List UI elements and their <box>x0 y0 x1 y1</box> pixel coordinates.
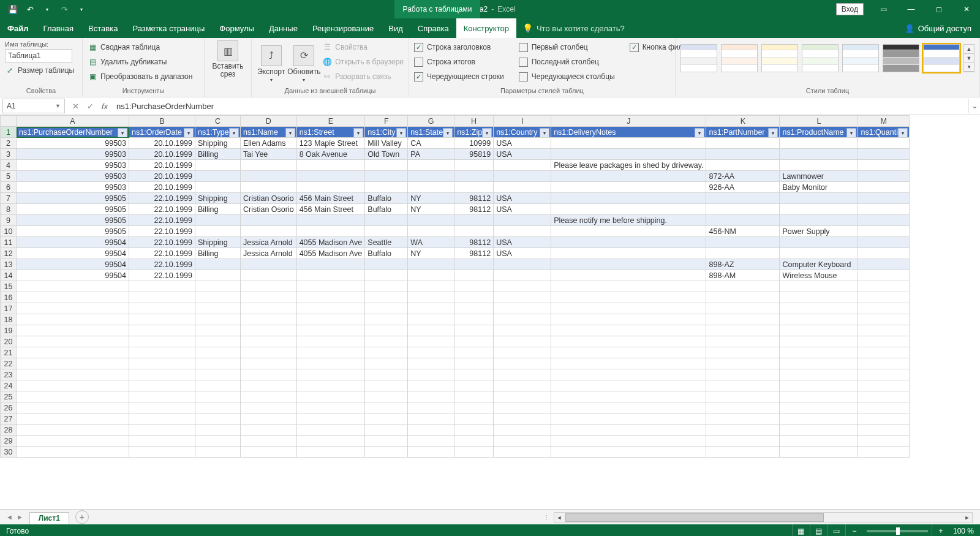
cell[interactable] <box>494 391 551 402</box>
cell[interactable]: NY <box>408 204 454 215</box>
cell[interactable] <box>454 447 494 458</box>
row-header[interactable]: 12 <box>1 248 17 259</box>
row-header[interactable]: 18 <box>1 314 17 325</box>
filter-dropdown-icon[interactable]: ▾ <box>443 128 453 138</box>
cell[interactable] <box>195 259 241 270</box>
normal-view-icon[interactable]: ▦ <box>792 524 810 536</box>
cell[interactable] <box>129 303 195 314</box>
cell[interactable] <box>296 391 365 402</box>
cell[interactable]: 4055 Madison Ave <box>296 248 365 259</box>
cell[interactable]: 20.10.1999 <box>129 160 195 171</box>
cell[interactable] <box>706 193 780 204</box>
cell[interactable]: 22.10.1999 <box>129 215 195 226</box>
cell[interactable] <box>365 292 408 303</box>
cell[interactable] <box>17 314 129 325</box>
cell[interactable] <box>551 226 706 237</box>
cell[interactable] <box>195 336 241 347</box>
row-header[interactable]: 21 <box>1 347 17 358</box>
cell[interactable]: Seattle <box>365 237 408 248</box>
filter-dropdown-icon[interactable]: ▾ <box>118 128 127 138</box>
cell[interactable] <box>195 171 241 182</box>
cell[interactable] <box>408 391 454 402</box>
cell[interactable] <box>296 215 365 226</box>
cell[interactable] <box>365 314 408 325</box>
cell[interactable] <box>408 281 454 292</box>
table-header-cell[interactable]: ns1:PartNumber▾ <box>706 127 780 138</box>
spreadsheet-grid[interactable]: ABCDEFGHIJKLM1ns1:PurchaseOrderNumber▾ns… <box>0 115 910 458</box>
cell[interactable] <box>365 303 408 314</box>
cell[interactable] <box>129 425 195 436</box>
cell[interactable] <box>494 314 551 325</box>
cell[interactable]: Mill Valley <box>365 138 408 149</box>
cell[interactable] <box>551 447 706 458</box>
cell[interactable]: 22.10.1999 <box>129 226 195 237</box>
cell[interactable] <box>706 314 780 325</box>
cell[interactable] <box>858 226 909 237</box>
row-header[interactable]: 13 <box>1 259 17 270</box>
page-layout-icon[interactable]: ▤ <box>810 524 827 536</box>
cell[interactable]: 872-AA <box>706 171 780 182</box>
cell[interactable] <box>17 336 129 347</box>
cell[interactable] <box>494 215 551 226</box>
filter-dropdown-icon[interactable]: ▾ <box>229 128 239 138</box>
cell[interactable]: 98112 <box>454 204 494 215</box>
row-header[interactable]: 9 <box>1 215 17 226</box>
cell[interactable] <box>408 425 454 436</box>
cell[interactable] <box>195 347 241 358</box>
cell[interactable] <box>858 160 909 171</box>
cell[interactable] <box>494 259 551 270</box>
cell[interactable]: 20.10.1999 <box>129 138 195 149</box>
cell[interactable] <box>129 314 195 325</box>
zoom-in-icon[interactable]: + <box>932 524 949 536</box>
col-header[interactable]: J <box>551 116 706 127</box>
cell[interactable] <box>365 347 408 358</box>
cell[interactable] <box>296 182 365 193</box>
cell[interactable] <box>551 171 706 182</box>
cell[interactable] <box>551 237 706 248</box>
style-thumb[interactable] <box>721 44 758 72</box>
cell[interactable] <box>706 336 780 347</box>
cell[interactable] <box>296 259 365 270</box>
dropdown-icon[interactable]: ▼ <box>55 103 61 109</box>
cell[interactable] <box>296 436 365 447</box>
cell[interactable]: 22.10.1999 <box>129 193 195 204</box>
table-header-cell[interactable]: ns1:Name▾ <box>241 127 297 138</box>
cell[interactable] <box>241 380 297 391</box>
row-header[interactable]: 8 <box>1 204 17 215</box>
tab-file[interactable]: Файл <box>0 18 36 38</box>
cell[interactable] <box>454 270 494 281</box>
cell[interactable] <box>195 160 241 171</box>
cell[interactable]: 99504 <box>17 259 129 270</box>
cell[interactable] <box>365 259 408 270</box>
cell[interactable] <box>241 425 297 436</box>
cell[interactable] <box>551 402 706 413</box>
cell[interactable]: 99503 <box>17 160 129 171</box>
cell[interactable] <box>780 413 858 425</box>
cell[interactable] <box>858 303 909 314</box>
cell[interactable] <box>454 325 494 336</box>
col-header[interactable]: G <box>408 116 454 127</box>
cell[interactable] <box>241 336 297 347</box>
cell[interactable] <box>365 270 408 281</box>
cell[interactable] <box>454 336 494 347</box>
styles-gallery[interactable]: ▲▼▾ <box>680 40 974 72</box>
add-sheet-button[interactable]: + <box>75 510 89 524</box>
cell[interactable] <box>706 413 780 425</box>
tab-данные[interactable]: Данные <box>262 18 305 38</box>
cell[interactable] <box>296 292 365 303</box>
cell[interactable] <box>706 149 780 160</box>
cell[interactable]: Wireless Mouse <box>780 270 858 281</box>
cell[interactable] <box>408 270 454 281</box>
cell[interactable] <box>858 369 909 380</box>
cell[interactable] <box>454 182 494 193</box>
cell[interactable] <box>129 402 195 413</box>
cell[interactable] <box>706 248 780 259</box>
cell[interactable]: 99504 <box>17 270 129 281</box>
cell[interactable] <box>296 270 365 281</box>
cell[interactable] <box>365 160 408 171</box>
cell[interactable] <box>365 226 408 237</box>
cell[interactable]: 20.10.1999 <box>129 171 195 182</box>
cell[interactable] <box>454 171 494 182</box>
style-thumb[interactable] <box>923 44 960 72</box>
cell[interactable] <box>454 347 494 358</box>
